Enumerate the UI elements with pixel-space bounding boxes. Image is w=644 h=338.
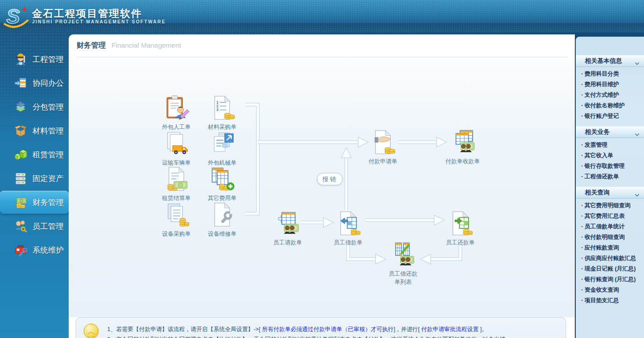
box-icon — [14, 124, 27, 138]
sidebar-item-label: 固定资产 — [33, 173, 64, 184]
svg-text:3: 3 — [216, 108, 218, 112]
sheets-money-people-icon — [449, 129, 476, 155]
panel-item[interactable]: 费用科目维护 — [576, 79, 644, 90]
sidebar-item-label: 协同办公 — [33, 78, 64, 89]
sidebar-item-label: 员工管理 — [33, 221, 64, 232]
panel-item[interactable]: 银行账查询 (月汇总) — [576, 274, 644, 285]
panel-item[interactable]: 收付款明细查询 — [576, 232, 644, 243]
flow-node-equipment-repair[interactable]: 设备维修单 — [197, 201, 247, 238]
panel-item[interactable]: 发票管理 — [576, 140, 644, 150]
doc-hand-coins-icon — [370, 129, 396, 155]
flow-node-label: 设备维修单 — [208, 231, 237, 237]
panel-section-header[interactable]: 相关业务 — [576, 126, 644, 138]
flow-node-label: 运输车辆单 — [162, 160, 191, 166]
flow-node-outsource-machine[interactable]: 外包机械单 — [197, 130, 247, 166]
flow-node-outsource-labor[interactable]: 外包人工单 — [151, 94, 202, 131]
sidebar-item-fixed-assets[interactable]: 固定资产 — [0, 166, 69, 190]
panel-item[interactable]: 其它费用汇总表 — [576, 211, 644, 222]
panel-item[interactable]: 应付账款查询 — [576, 243, 644, 253]
app-root: S 金石工程项目管理软件 JINSHI PROJECT MANAGEMENT S… — [0, 0, 644, 338]
toolbox-icon — [14, 243, 27, 257]
panel-item[interactable]: 员工借款单统计 — [576, 222, 644, 232]
flow-node-label: 租赁结算单 — [162, 195, 191, 201]
sidebar-item-collab-office[interactable]: 协同办公 — [0, 71, 69, 95]
note-box: 1、若需要【付款申请】该流程，请开启【系统全局设置】->[ 所有付款单必须通过付… — [76, 317, 566, 338]
cubes-icon — [14, 148, 27, 161]
sidebar-item-subcontract[interactable]: 分包管理 — [0, 95, 69, 119]
tables-money-people-icon — [390, 241, 416, 268]
related-panel: 相关基本信息 费用科目分类费用科目维护支付方式维护收付款名称维护银行账户登记相关… — [576, 37, 644, 338]
panel-item[interactable]: 资金收支查询 — [576, 285, 644, 295]
panel-item[interactable]: 项目垫支汇总 — [576, 295, 644, 306]
panel-item[interactable]: 费用科目分类 — [576, 69, 644, 79]
sidebar-item-label: 租赁管理 — [33, 150, 64, 160]
panel-item[interactable]: 工程借还款单 — [576, 172, 644, 182]
flow-node-staff-loan[interactable]: 员工借款单 — [323, 210, 373, 246]
doc-table-green-coins-icon — [447, 210, 474, 237]
flow-node-staff-loan-list[interactable]: 员工借还款 单列表 — [378, 241, 428, 286]
panel-section-title: 相关查询 — [585, 188, 610, 197]
panel-section-title: 相关基本信息 — [585, 57, 622, 65]
flow-node-equipment-purchase[interactable]: 设备采购单 — [151, 201, 202, 238]
doc-stack-icon — [14, 76, 27, 90]
chevron-down-icon — [635, 59, 639, 63]
sidebar-item-finance-mgmt[interactable]: 财务管理 — [0, 191, 69, 214]
note-line: 1、若需要【付款申请】该流程，请开启【系统全局设置】->[ 所有付款单必须通过付… — [107, 324, 511, 334]
panel-item[interactable]: 收付款名称维护 — [576, 100, 644, 111]
chevron-down-icon — [635, 191, 639, 194]
flow-node-label: 付款单收款单 — [446, 158, 480, 165]
panel-item[interactable]: 支付方式维护 — [576, 90, 644, 100]
flow-node-label: 员工还款单 — [446, 239, 475, 246]
doc-wrench-icon — [209, 201, 235, 228]
flow-node-label: 员工借还款 单列表 — [389, 271, 418, 285]
sidebar-item-material-mgmt[interactable]: 材料管理 — [0, 119, 69, 143]
note-link[interactable]: 所有付款单必须通过付款申请单（已审核）才可执行 — [262, 326, 394, 332]
panel-item[interactable]: 银行存取款管理 — [576, 161, 644, 172]
flow-node-other-expense[interactable]: 其它费用单 — [197, 166, 247, 202]
sidebar-item-staff-mgmt[interactable]: 员工管理 — [0, 214, 69, 238]
worker-icon — [14, 52, 27, 66]
flow-node-payment-receipt[interactable]: 付款单收款单 — [437, 129, 488, 165]
app-header: S 金石工程项目管理软件 JINSHI PROJECT MANAGEMENT S… — [0, 0, 644, 33]
flow-node-label: 员工请款单 — [273, 239, 302, 246]
panel-section-header[interactable]: 相关基本信息 — [576, 55, 644, 67]
docs-truck-icon — [163, 130, 190, 157]
panel-section-header[interactable]: 相关查询 — [576, 187, 644, 199]
panel-item[interactable]: 其它收入单 — [576, 150, 644, 161]
note-text-segment: ]，并进行[ — [393, 326, 421, 332]
sidebar-item-label: 财务管理 — [33, 197, 64, 208]
svg-text:S: S — [6, 5, 20, 27]
panel-item[interactable]: 其它费用明细查询 — [576, 200, 644, 211]
flow-node-label: 外包机械单 — [208, 160, 237, 166]
app-logo-icon: S — [4, 4, 30, 30]
flow-node-staff-repay[interactable]: 员工还款单 — [435, 210, 486, 246]
note-text-segment: 1、若需要【付款申请】该流程，请开启【系统全局设置】->[ — [107, 326, 262, 332]
panel-item[interactable]: 供应商应付账款汇总 — [576, 253, 644, 264]
flow-node-material-purchase[interactable]: 123 材料采购单 — [197, 94, 247, 131]
sheets-coins-plus-icon — [209, 166, 235, 192]
flow-node-transport-vehicle[interactable]: 运输车辆单 — [151, 130, 202, 166]
sidebar-item-lease-mgmt[interactable]: 租赁管理 — [0, 143, 69, 166]
chevron-down-icon — [635, 130, 639, 134]
app-title: 金石工程项目管理软件 — [32, 8, 166, 19]
sidebar-item-project-mgmt[interactable]: 工程管理 — [0, 47, 69, 71]
panel-item[interactable]: 现金日记账 (月汇总) — [576, 264, 644, 274]
flow-diagram: 外包人工单 123 材料采购单 运输车辆单 外包机械单 租赁结算单 其它费用单 … — [69, 57, 575, 317]
note-text-segment: 2、有合同的付款到对应的合同管理中点击【执行付款】，无合同的付款到对应的原始单据… — [107, 336, 511, 338]
panel-item[interactable]: 银行账户登记 — [576, 111, 644, 122]
sidebar-item-label: 系统维护 — [33, 245, 64, 255]
flow-node-label: 材料采购单 — [208, 124, 237, 130]
doc-table-blue-coins-icon — [335, 210, 361, 237]
sidebar-item-label: 工程管理 — [33, 54, 64, 65]
flow-node-label: 员工借款单 — [334, 239, 363, 246]
sidebar-item-system-maint[interactable]: 系统维护 — [0, 238, 69, 262]
flow-node-payment-request[interactable]: 付款申请单 — [358, 129, 408, 165]
page-header: 财务管理 Financial Management — [69, 34, 575, 57]
flow-node-lease-settlement[interactable]: 租赁结算单 — [151, 166, 202, 202]
people-key-icon — [14, 219, 27, 233]
panel-section-title: 相关业务 — [585, 128, 610, 136]
note-link[interactable]: 付款申请审批流程设置 — [421, 326, 479, 332]
flow-node-staff-request[interactable]: 员工请款单 — [262, 210, 313, 246]
sheet-money-people-icon — [274, 210, 301, 237]
app-subtitle: JINSHI PROJECT MANAGEMENT SOFTWARE — [32, 19, 166, 25]
